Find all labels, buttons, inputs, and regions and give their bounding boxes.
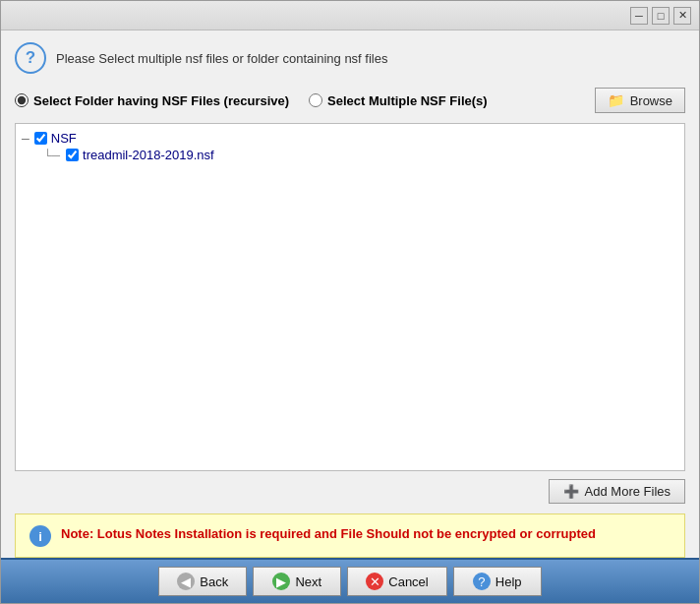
maximize-button[interactable]: □ [652, 7, 670, 25]
browse-label: Browse [630, 93, 672, 108]
root-checkbox[interactable] [34, 132, 47, 145]
close-button[interactable]: ✕ [673, 7, 691, 25]
note-body: Lotus Notes Installation is required and… [93, 526, 596, 541]
add-more-files-button[interactable]: ➕ Add More Files [549, 479, 685, 504]
add-files-icon: ➕ [563, 484, 579, 499]
main-window: ─ □ ✕ ? Please Select multiple nsf files… [0, 0, 700, 604]
cancel-button[interactable]: ✕ Cancel [347, 567, 446, 596]
tree-area[interactable]: ─ NSF └─ treadmil-2018-2019.nsf [15, 123, 685, 471]
add-files-row: ➕ Add More Files [15, 479, 685, 504]
help-icon: ? [473, 573, 491, 590]
files-option-text: Select Multiple NSF File(s) [327, 93, 488, 108]
files-option-label[interactable]: Select Multiple NSF File(s) [309, 93, 488, 108]
next-icon: ▶ [272, 573, 290, 590]
header-text: Please Select multiple nsf files or fold… [56, 51, 387, 66]
help-button[interactable]: ? Help [453, 567, 542, 596]
title-bar: ─ □ ✕ [1, 1, 699, 30]
tree-root-item[interactable]: ─ NSF [22, 130, 678, 147]
add-files-label: Add More Files [585, 484, 671, 499]
note-box: i Note: Lotus Notes Installation is requ… [15, 513, 685, 558]
root-label: NSF [51, 131, 77, 146]
title-bar-controls: ─ □ ✕ [630, 7, 691, 25]
tree-children: └─ treadmil-2018-2019.nsf [43, 147, 678, 163]
back-icon: ◀ [177, 573, 195, 590]
child-checkbox[interactable] [66, 149, 79, 161]
next-label: Next [295, 574, 321, 589]
browse-button[interactable]: 📁 Browse [595, 88, 685, 113]
connector-icon: └─ [43, 149, 60, 162]
note-info-icon: i [29, 525, 51, 547]
header-info-icon: ? [15, 42, 46, 74]
cancel-icon: ✕ [366, 573, 383, 590]
help-label: Help [496, 574, 522, 589]
child-label: treadmil-2018-2019.nsf [83, 148, 214, 162]
folder-option-radio[interactable] [15, 93, 29, 107]
header-row: ? Please Select multiple nsf files or fo… [15, 42, 685, 74]
cancel-label: Cancel [388, 574, 428, 589]
files-option-radio[interactable] [309, 93, 322, 107]
main-content: ? Please Select multiple nsf files or fo… [1, 30, 699, 558]
back-label: Back [200, 574, 228, 589]
minimize-button[interactable]: ─ [630, 7, 648, 25]
folder-icon: 📁 [608, 92, 624, 108]
note-prefix: Note: [61, 526, 93, 541]
next-button[interactable]: ▶ Next [253, 567, 341, 596]
options-row: Select Folder having NSF Files (recursiv… [15, 88, 685, 113]
note-text: Note: Lotus Notes Installation is requir… [61, 524, 596, 544]
folder-option-label[interactable]: Select Folder having NSF Files (recursiv… [15, 93, 289, 108]
back-button[interactable]: ◀ Back [158, 567, 247, 596]
expand-icon: ─ [22, 133, 29, 145]
footer: ◀ Back ▶ Next ✕ Cancel ? Help [1, 558, 699, 603]
folder-option-text: Select Folder having NSF Files (recursiv… [33, 93, 289, 108]
tree-root: ─ NSF └─ treadmil-2018-2019.nsf [22, 130, 678, 163]
tree-child-item[interactable]: └─ treadmil-2018-2019.nsf [43, 147, 678, 163]
